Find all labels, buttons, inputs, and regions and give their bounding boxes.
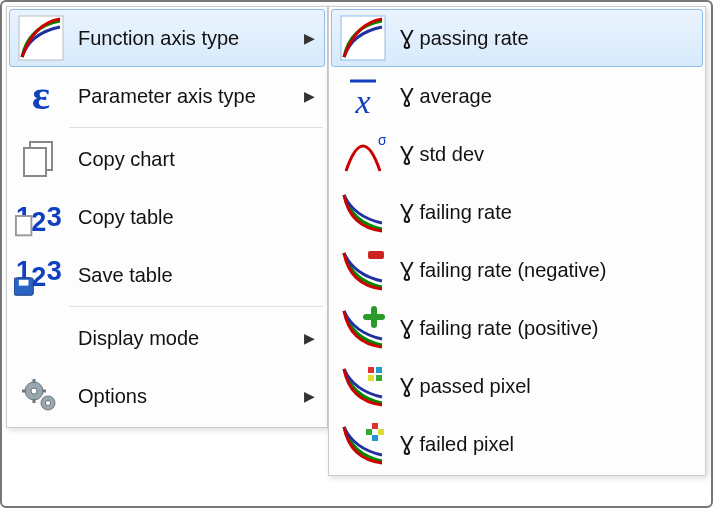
submenu-item-failing-rate[interactable]: Ɣ failing rate <box>331 183 703 241</box>
curves-down-minus-icon <box>336 247 390 293</box>
menu-item-label: Options <box>68 385 302 408</box>
submenu-item-average[interactable]: x Ɣ average <box>331 67 703 125</box>
submenu-item-label: Ɣ std dev <box>390 142 694 166</box>
svg-rect-25 <box>368 251 384 259</box>
save-table-icon: 1 2 3 <box>14 252 68 298</box>
menu-separator <box>69 306 323 307</box>
submenu-arrow-icon: ▶ <box>302 388 316 404</box>
svg-point-14 <box>31 388 37 394</box>
submenu-item-passed-pixel[interactable]: Ɣ passed pixel <box>331 357 703 415</box>
submenu-item-label: Ɣ passed pixel <box>390 374 694 398</box>
menu-item-copy-chart[interactable]: Copy chart <box>9 130 325 188</box>
submenu-item-std-dev[interactable]: σ Ɣ std dev <box>331 125 703 183</box>
svg-point-16 <box>46 401 51 406</box>
menu-item-function-axis-type[interactable]: Function axis type ▶ <box>9 9 325 67</box>
submenu-item-failing-rate-positive[interactable]: Ɣ failing rate (positive) <box>331 299 703 357</box>
copy-pages-icon <box>14 136 68 182</box>
svg-rect-3 <box>24 148 46 176</box>
svg-text:σ: σ <box>378 132 386 148</box>
svg-rect-7 <box>16 216 31 235</box>
menu-item-label: Copy table <box>68 206 316 229</box>
curves-down-pixels-a-icon <box>336 363 390 409</box>
submenu-arrow-icon: ▶ <box>302 88 316 104</box>
svg-rect-33 <box>366 429 372 435</box>
context-menu-canvas: Function axis type ▶ ε Parameter axis ty… <box>0 0 713 508</box>
svg-text:3: 3 <box>47 202 62 232</box>
menu-item-options[interactable]: Options ▶ <box>9 367 325 425</box>
menu-item-label: Display mode <box>68 327 302 350</box>
bell-sigma-icon: σ <box>336 131 390 177</box>
submenu-item-failing-rate-negative[interactable]: Ɣ failing rate (negative) <box>331 241 703 299</box>
submenu-item-label: Ɣ passing rate <box>390 26 694 50</box>
svg-text:3: 3 <box>47 256 62 286</box>
gears-icon <box>14 373 68 419</box>
svg-rect-12 <box>19 280 29 286</box>
submenu-arrow-icon: ▶ <box>302 330 316 346</box>
svg-rect-34 <box>378 429 384 435</box>
submenu-function-axis-type: Ɣ passing rate x Ɣ average σ Ɣ std dev <box>328 6 706 476</box>
submenu-arrow-icon: ▶ <box>302 30 316 46</box>
submenu-item-label: Ɣ average <box>390 84 694 108</box>
menu-item-display-mode[interactable]: Display mode ▶ <box>9 309 325 367</box>
copy-table-icon: 1 2 3 <box>14 194 68 240</box>
menu-item-label: Copy chart <box>68 148 316 171</box>
svg-rect-28 <box>368 367 374 373</box>
svg-rect-35 <box>372 435 378 441</box>
curves-up-icon <box>14 15 68 61</box>
epsilon-icon: ε <box>14 73 68 119</box>
menu-item-save-table[interactable]: 1 2 3 Save table <box>9 246 325 304</box>
svg-text:ε: ε <box>32 73 50 118</box>
svg-text:2: 2 <box>31 207 46 237</box>
menu-item-parameter-axis-type[interactable]: ε Parameter axis type ▶ <box>9 67 325 125</box>
svg-rect-31 <box>376 375 382 381</box>
menu-item-label: Function axis type <box>68 27 302 50</box>
submenu-item-label: Ɣ failing rate <box>390 200 694 224</box>
menu-item-label: Parameter axis type <box>68 85 302 108</box>
curves-down-plus-icon <box>336 305 390 351</box>
svg-text:x: x <box>354 83 370 119</box>
submenu-item-label: Ɣ failing rate (negative) <box>390 258 694 282</box>
menu-item-copy-table[interactable]: 1 2 3 Copy table <box>9 188 325 246</box>
menu-item-label: Save table <box>68 264 316 287</box>
x-bar-icon: x <box>336 73 390 119</box>
curves-up-icon <box>336 15 390 61</box>
menu-separator <box>69 127 323 128</box>
submenu-item-passing-rate[interactable]: Ɣ passing rate <box>331 9 703 67</box>
curves-down-pixels-b-icon <box>336 421 390 467</box>
svg-rect-32 <box>372 423 378 429</box>
curves-down-icon <box>336 189 390 235</box>
submenu-item-label: Ɣ failed pixel <box>390 432 694 456</box>
submenu-item-label: Ɣ failing rate (positive) <box>390 316 694 340</box>
submenu-item-failed-pixel[interactable]: Ɣ failed pixel <box>331 415 703 473</box>
svg-rect-29 <box>376 367 382 373</box>
svg-rect-30 <box>368 375 374 381</box>
context-menu-main: Function axis type ▶ ε Parameter axis ty… <box>6 6 328 428</box>
